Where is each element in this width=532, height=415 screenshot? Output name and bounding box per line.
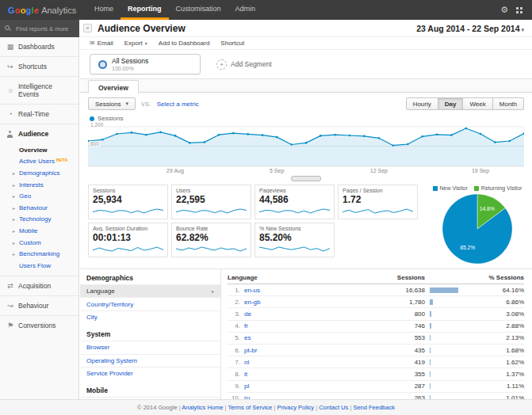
footer-link[interactable]: Send Feedback [348,404,395,411]
language-link[interactable]: en-us [244,287,354,294]
pie-legend-label: New Visitor [440,185,468,191]
sidebar-item-real-time[interactable]: ◔ Real-Time [0,104,78,124]
collapse-sidebar-button[interactable]: « [83,24,92,32]
gear-icon[interactable]: ⚙ [500,5,508,15]
nav-item[interactable]: Reporting [121,0,169,20]
sidebar-item-audience[interactable]: Audience [0,124,78,143]
language-link[interactable]: pt-br [244,347,354,354]
chart-range-slider[interactable] [291,176,321,181]
plus-icon: + [216,59,227,70]
metric-card[interactable]: Sessions 25,934 [88,185,168,219]
language-link[interactable]: it [244,371,354,378]
dimension-item[interactable]: Operating System ▸ [80,354,220,367]
legend-swatch [433,186,438,191]
toolbar-action[interactable]: ✉ Email ▾ [90,40,113,47]
pie-legend-entry[interactable]: New Visitor [433,185,468,191]
select-metric-link[interactable]: Select a metric [157,101,199,108]
column-header-pct-sessions[interactable]: % Sessions [425,274,524,281]
language-link[interactable]: fr [244,322,354,329]
sidebar-subitem[interactable]: ▸ Behaviour [0,202,78,214]
dimension-item[interactable]: Language ▸ [80,284,220,297]
sidebar-subitem[interactable]: ▸ Active Users BETA [0,156,78,168]
apps-grid-icon[interactable] [516,7,522,13]
dimension-item[interactable]: Service Provider ▸ [80,367,220,379]
metric-card[interactable]: Avg. Session Duration 00:01:13 [88,223,168,257]
selected-arrow-icon: ▸ [212,288,214,294]
sidebar-item-label: Real-Time [18,110,49,118]
sidebar-subitem[interactable]: ▸ Custom [0,237,78,249]
metric-card[interactable]: % New Sessions 85.20% [255,223,335,257]
sessions-value: 746 [354,322,425,329]
x-axis-tick: 19 Sep [472,168,489,173]
sidebar-subitem[interactable]: ▸ Benchmarking [0,248,78,260]
sidebar-subitem-label: Demographics [19,169,60,177]
footer-link[interactable]: Terms of Service [223,404,272,411]
sidebar-subitem[interactable]: ▸ Interests [0,179,78,191]
dimension-item[interactable]: Browser ▸ [80,341,220,353]
metric-label: Pageviews [259,188,330,193]
language-link[interactable]: es [244,334,354,341]
table-body: 1. en-us 16,638 64.16% 2. en-gb 1,780 [228,284,524,400]
dimension-item[interactable]: City ▸ [80,310,220,323]
visitor-type-pie-chart[interactable]: 14.8%85.2% [441,192,514,265]
sidebar-subitem[interactable]: ▸ Mobile [0,225,78,237]
dimension-section-header: System [80,326,220,341]
sidebar-item-dashboards[interactable]: ▦ Dashboards [0,37,78,56]
sidebar-item-shortcuts[interactable]: ↪ Shortcuts [0,56,78,76]
sidebar-subitem[interactable]: ▸ Demographics [0,167,78,179]
metric-label: Bounce Rate [176,226,247,231]
pct-sessions-value: 1.37% [474,371,524,378]
realtime-clock-icon: ◔ [6,110,14,118]
metric-sparkline [93,206,163,215]
nav-item[interactable]: Home [87,0,121,20]
granularity-button[interactable]: Hourly [406,97,438,110]
nav-item[interactable]: Customisation [169,0,228,20]
search-input[interactable] [14,25,75,33]
language-link[interactable]: en-gb [244,299,354,306]
sidebar-item-behaviour[interactable]: ↝ Behaviour [0,295,78,315]
tab-overview[interactable]: Overview [88,80,139,93]
nav-item[interactable]: Admin [228,0,263,20]
footer-link[interactable]: Privacy Policy [272,404,314,411]
language-link[interactable]: pl [244,383,354,390]
granularity-button[interactable]: Day [438,97,464,110]
footer-links: Analytics HomeTerms of ServicePrivacy Po… [178,404,395,411]
sessions-line-chart[interactable] [88,124,524,167]
sidebar-subitem[interactable]: ▸ Overview [0,144,78,156]
metric-label: % New Sessions [259,226,330,231]
metric-card[interactable]: Bounce Rate 62.82% [171,223,251,257]
language-link[interactable]: de [244,310,354,318]
pie-legend-entry[interactable]: Returning Visitor [474,185,522,191]
pie-legend-label: Returning Visitor [481,185,522,191]
toolbar-action-label: Export [124,40,143,47]
column-header-sessions[interactable]: Sessions [354,274,425,281]
metric-select-value: Sessions [95,101,121,108]
footer-link[interactable]: Analytics Home [178,404,224,411]
sidebar-item-acquisition[interactable]: ⇄ Acquisition [0,276,78,295]
segment-circle-icon [98,60,107,69]
sidebar-subitem[interactable]: ▸ Users Flow [0,260,78,272]
toolbar-action[interactable]: Export ▾ [124,40,147,47]
plot-area: 1,200 600 [88,124,524,167]
granularity-button[interactable]: Week [463,97,492,110]
column-header-language[interactable]: Language [228,274,354,281]
metric-card[interactable]: Pageviews 44,586 [255,185,335,219]
metric-card[interactable]: Pages / Session 1.72 [338,185,418,219]
sidebar-item-intelligence-events[interactable]: ☼ Intelligence Events [0,76,78,104]
metric-card[interactable]: Users 22,595 [171,185,251,219]
add-segment-button[interactable]: + Add Segment [216,59,272,70]
footer-link[interactable]: Contact Us [314,404,348,411]
toolbar-action[interactable]: Add to Dashboard ▾ [159,40,210,47]
all-sessions-segment[interactable]: All Sessions 100.00% [90,54,201,74]
overview-summary-row: Sessions 25,934 Users 22,595 Pageviews 4… [80,183,532,268]
toolbar-action[interactable]: Shortcut ▾ [220,40,244,47]
granularity-button[interactable]: Month [493,97,524,110]
sidebar-subitem[interactable]: ▸ Geo [0,190,78,202]
segment-bar: All Sessions 100.00% + Add Segment [80,50,532,79]
sidebar-subitem[interactable]: ▸ Technology [0,214,78,226]
language-link[interactable]: nl [244,359,354,366]
metric-select-dropdown[interactable]: Sessions ▾ [88,97,136,110]
date-range-picker[interactable]: 23 Aug 2014 - 22 Sep 2014▾ [416,24,524,33]
dimension-item[interactable]: Country/Territory ▸ [80,297,220,310]
sidebar-item-conversions[interactable]: ⚑ Conversions [0,315,78,335]
